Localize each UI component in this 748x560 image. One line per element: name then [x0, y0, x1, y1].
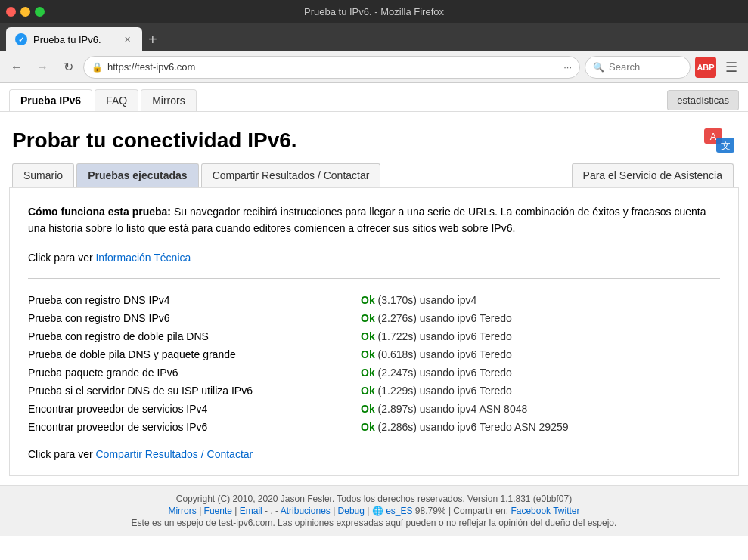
test-label: Prueba con registro DNS IPv4: [28, 291, 361, 309]
divider: [28, 278, 720, 279]
adblock-button[interactable]: ABP: [695, 57, 716, 78]
test-result: Ok (2.276s) usando ipv6 Teredo: [361, 309, 720, 327]
estadisticas-button[interactable]: estadísticas: [667, 90, 739, 110]
tab-label: Prueba tu IPv6.: [33, 34, 101, 45]
tech-link-line: Click para ver Información Técnica: [28, 249, 720, 266]
result-detail: (1.229s) usando ipv6 Teredo: [378, 385, 512, 397]
translate-icon[interactable]: A 文: [703, 124, 736, 157]
refresh-button[interactable]: ↻: [57, 57, 79, 78]
tech-link[interactable]: Información Técnica: [95, 252, 191, 264]
info-bold: Cómo funciona esta prueba:: [28, 206, 171, 218]
window-controls: [6, 7, 45, 17]
table-row: Encontrar proveedor de servicios IPv4 Ok…: [28, 400, 720, 418]
test-label: Prueba de doble pila DNS y paquete grand…: [28, 345, 361, 364]
footer-twitter-link[interactable]: Twitter: [553, 506, 579, 516]
sub-tab-compartir[interactable]: Compartir Resultados / Contactar: [201, 163, 381, 187]
test-label: Prueba si el servidor DNS de su ISP util…: [28, 382, 361, 400]
test-result: Ok (2.286s) usando ipv6 Teredo ASN 29259: [361, 418, 720, 436]
tab-close-button[interactable]: ✕: [121, 33, 133, 45]
site-tab-mirrors[interactable]: Mirrors: [141, 89, 197, 111]
footer-fuente-link[interactable]: Fuente: [204, 506, 232, 516]
adblock-label: ABP: [697, 63, 714, 72]
table-row: Prueba si el servidor DNS de su ISP util…: [28, 382, 720, 400]
maximize-button[interactable]: [35, 7, 45, 17]
footer-compartir: Compartir en:: [453, 506, 508, 516]
footer-mirrors-link[interactable]: Mirrors: [168, 506, 196, 516]
page-content: Prueba IPv6 FAQ Mirrors estadísticas Pro…: [0, 83, 748, 560]
window-title: Prueba tu IPv6. - Mozilla Firefox: [304, 6, 444, 17]
test-result: Ok (2.897s) usando ipv4 ASN 8048: [361, 400, 720, 418]
ok-badge: Ok: [361, 367, 375, 379]
nav-bar: ← → ↻ 🔒 https://test-ipv6.com ··· 🔍 ABP …: [0, 51, 748, 83]
table-row: Prueba paquete grande de IPv6 Ok (2.247s…: [28, 364, 720, 382]
footer-debug-link[interactable]: Debug: [338, 506, 365, 516]
search-input[interactable]: [609, 61, 677, 73]
share-link-line: Click para ver Compartir Resultados / Co…: [28, 448, 720, 460]
sub-tab-servicio[interactable]: Para el Servicio de Asistencia: [572, 163, 734, 187]
footer-facebook-link[interactable]: Facebook: [511, 506, 551, 516]
back-button[interactable]: ←: [6, 57, 27, 78]
footer: Copyright (C) 2010, 2020 Jason Fesler. T…: [0, 485, 748, 536]
sub-tab-sumario[interactable]: Sumario: [12, 163, 74, 187]
footer-email-link[interactable]: Email: [240, 506, 262, 516]
test-label: Prueba paquete grande de IPv6: [28, 364, 361, 382]
content-area: Cómo funciona esta prueba: Su navegador …: [9, 187, 739, 476]
more-options-icon[interactable]: ···: [563, 61, 572, 73]
ok-badge: Ok: [361, 348, 375, 360]
ok-badge: Ok: [361, 294, 375, 306]
page-title: Probar tu conectividad IPv6.: [12, 128, 297, 153]
footer-lang-link[interactable]: es_ES: [386, 506, 412, 516]
info-paragraph: Cómo funciona esta prueba: Su navegador …: [28, 203, 720, 237]
result-detail: (1.722s) usando ipv6 Teredo: [378, 330, 512, 342]
test-result: Ok (1.229s) usando ipv6 Teredo: [361, 382, 720, 400]
test-result: Ok (0.618s) usando ipv6 Teredo: [361, 345, 720, 364]
test-result: Ok (1.722s) usando ipv6 Teredo: [361, 327, 720, 345]
result-detail: (2.276s) usando ipv6 Teredo: [378, 312, 512, 324]
test-label: Prueba con registro de doble pila DNS: [28, 327, 361, 345]
footer-espejo-text: Este es un espejo de test-ipv6.com. Las …: [132, 518, 617, 528]
click-tech-text: Click para ver: [28, 252, 93, 264]
url-text: https://test-ipv6.com: [107, 61, 559, 73]
search-icon: 🔍: [593, 62, 604, 73]
browser-tab-active[interactable]: ✓ Prueba tu IPv6. ✕: [6, 27, 142, 51]
footer-percent: 98.79%: [415, 506, 446, 516]
menu-icon: ☰: [725, 59, 737, 76]
close-button[interactable]: [6, 7, 16, 17]
new-tab-button[interactable]: +: [148, 31, 157, 51]
sub-tabs: Sumario Pruebas ejecutadas Compartir Res…: [0, 163, 748, 187]
footer-links-line: Mirrors | Fuente | Email - . - Atribucio…: [6, 506, 742, 516]
tab-favicon: ✓: [15, 33, 27, 45]
site-tab-prueba-ipv6[interactable]: Prueba IPv6: [9, 89, 92, 111]
ok-badge: Ok: [361, 312, 375, 324]
search-bar[interactable]: 🔍: [585, 56, 691, 79]
test-label: Prueba con registro DNS IPv6: [28, 309, 361, 327]
site-nav: Prueba IPv6 FAQ Mirrors estadísticas: [0, 83, 748, 112]
address-bar[interactable]: 🔒 https://test-ipv6.com ···: [83, 56, 580, 79]
copyright-text: Copyright (C) 2010, 2020 Jason Fesler. T…: [176, 493, 572, 504]
sub-tab-pruebas[interactable]: Pruebas ejecutadas: [76, 163, 199, 187]
ok-badge: Ok: [361, 421, 375, 433]
footer-espejo-line: Este es un espejo de test-ipv6.com. Las …: [6, 518, 742, 528]
page-title-area: Probar tu conectividad IPv6. A 文: [0, 112, 748, 163]
table-row: Prueba con registro de doble pila DNS Ok…: [28, 327, 720, 345]
result-detail: (2.897s) usando ipv4 ASN 8048: [378, 403, 528, 415]
browser-menu-button[interactable]: ☰: [721, 57, 742, 78]
test-label: Encontrar proveedor de servicios IPv4: [28, 400, 361, 418]
svg-text:文: 文: [721, 140, 731, 151]
test-label: Encontrar proveedor de servicios IPv6: [28, 418, 361, 436]
test-results-table: Prueba con registro DNS IPv4 Ok (3.170s)…: [28, 291, 720, 436]
test-result: Ok (3.170s) usando ipv4: [361, 291, 720, 309]
minimize-button[interactable]: [20, 7, 30, 17]
footer-atribuciones-link[interactable]: Atribuciones: [281, 506, 331, 516]
share-link[interactable]: Compartir Resultados / Contactar: [95, 448, 253, 460]
ok-badge: Ok: [361, 403, 375, 415]
forward-button[interactable]: →: [32, 57, 53, 78]
result-detail: (2.247s) usando ipv6 Teredo: [378, 367, 512, 379]
table-row: Prueba con registro DNS IPv6 Ok (2.276s)…: [28, 309, 720, 327]
click-share-text: Click para ver: [28, 448, 93, 460]
site-tab-faq[interactable]: FAQ: [95, 89, 138, 111]
copyright-line: Copyright (C) 2010, 2020 Jason Fesler. T…: [6, 493, 742, 504]
result-detail: (3.170s) usando ipv4: [378, 294, 477, 306]
result-detail: (0.618s) usando ipv6 Teredo: [378, 348, 512, 360]
lock-icon: 🔒: [92, 62, 103, 73]
